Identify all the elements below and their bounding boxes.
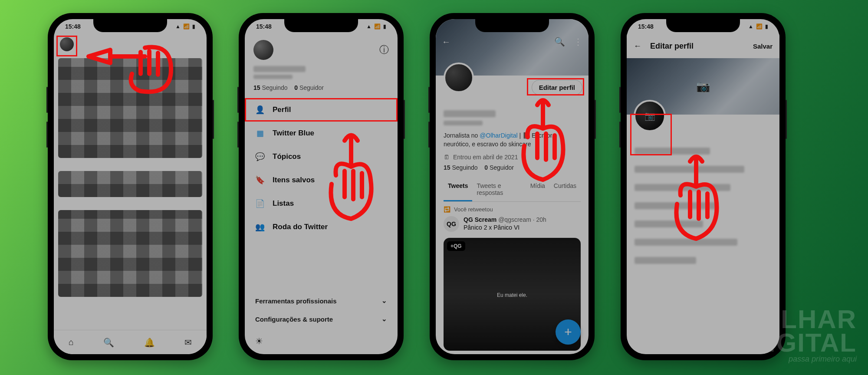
screen-drawer: 15:48 ▲ 📶 ▮ ⓘ 15 Seguindo 0 Seguidor [245,19,398,354]
chevron-down-icon: ⌄ [381,297,387,305]
field-blur[interactable] [635,257,696,264]
topics-icon: 💬 [255,152,265,161]
wifi-icon: 📶 [756,23,763,30]
tab-replies[interactable]: Tweets e respostas [472,177,526,201]
field-blur[interactable] [635,220,703,227]
battery-icon: ▮ [383,23,386,30]
bottom-nav: ⌂ 🔍 🔔 ✉ [54,330,207,354]
nav-avatar[interactable] [59,36,75,52]
search-icon[interactable]: 🔍 [554,36,565,47]
search-icon[interactable]: 🔍 [103,337,114,348]
phone-notch [93,19,167,32]
profile-tabs: Tweets Tweets e respostas Mídia Curtidas [444,177,581,202]
cell-icon: ▲ [175,23,181,30]
field-blur[interactable] [635,184,730,191]
twitter-blue-icon: ▦ [255,128,265,138]
menu-label: Itens salvos [273,176,315,184]
joined-label: Entrou em abril de 2021 [453,154,518,161]
drawer-config[interactable]: Configurações & suporte ⌄ [255,310,387,328]
wifi-icon: 📶 [374,23,381,30]
person-icon: 👤 [255,105,265,115]
status-icons: ▲ 📶 ▮ [748,23,768,30]
display-name-blur [253,66,306,72]
clock: 15:48 [65,23,81,30]
save-button[interactable]: Salvar [753,43,773,50]
feed-post[interactable] [58,171,202,197]
follow-stats[interactable]: 15 Seguindo 0 Seguidor [245,82,398,98]
circle-icon: 👥 [255,222,265,232]
status-icons: ▲ 📶 ▮ [366,23,386,30]
menu-item-perfil[interactable]: 👤 Perfil [245,98,398,122]
screen-profile: ← 🔍 ⋮ Editar perfil Jornalista no @Olhar… [436,19,589,354]
more-icon[interactable]: ⋮ [574,36,582,47]
retweet-icon: 🔁 [444,206,450,213]
handle-blur [444,121,483,125]
battery-icon: ▮ [765,23,768,30]
bookmark-icon: 🔖 [255,175,265,185]
phone-notch [284,19,358,32]
field-blur[interactable] [635,202,717,209]
menu-label: Twitter Blue [273,129,314,138]
tab-tweets[interactable]: Tweets [444,177,472,201]
screen-home-feed: 15:48 ▲ 📶 ▮ ⌂ 🔍 🔔 ✉ [54,19,207,354]
page-title: Editar perfil [650,42,694,51]
cell-icon: ▲ [748,23,753,30]
tab-media[interactable]: Mídia [526,177,549,201]
drawer-avatar[interactable] [253,40,273,60]
tweet-row[interactable]: QG QG Scream @qgscream · 20h Pânico 2 x … [436,214,589,234]
theme-toggle-icon[interactable]: ☀ [255,336,263,346]
phone-step-3: ← 🔍 ⋮ Editar perfil Jornalista no @Olhar… [430,13,595,360]
display-name-blur [444,110,496,117]
back-icon[interactable]: ← [634,42,641,51]
accounts-icon[interactable]: ⓘ [379,43,389,56]
field-blur[interactable] [635,166,744,173]
home-icon[interactable]: ⌂ [69,337,74,347]
screen-edit-profile: 15:48 ▲ 📶 ▮ ← Editar perfil Salvar 📷 📷 [627,19,779,354]
battery-icon: ▮ [192,23,195,30]
field-blur[interactable] [635,239,737,246]
edit-profile-button[interactable]: Editar perfil [532,80,582,95]
camera-icon: 📷 [696,80,710,93]
profile-bio: Jornalista no @OlharDigital | 📕 Escritor… [444,132,581,148]
clock: 15:48 [256,23,272,30]
lists-icon: 📄 [255,199,265,208]
menu-item-topicos[interactable]: 💬 Tópicos [245,145,398,168]
feed-post[interactable] [58,58,202,158]
cell-icon: ▲ [366,23,372,30]
phone-step-2: 15:48 ▲ 📶 ▮ ⓘ 15 Seguindo 0 Seguidor [239,13,404,360]
edit-avatar[interactable]: 📷 [634,100,666,132]
chevron-down-icon: ⌄ [381,315,387,323]
phone-step-1: 15:48 ▲ 📶 ▮ ⌂ 🔍 🔔 ✉ [48,13,213,360]
handle-blur [253,75,293,79]
menu-label: Roda do Twitter [273,223,328,231]
compose-fab[interactable]: + [556,319,581,345]
clock: 15:48 [638,23,654,30]
menu-label: Perfil [273,105,291,114]
camera-icon: 📷 [644,111,655,121]
messages-icon[interactable]: ✉ [184,337,192,348]
menu-label: Tópicos [273,152,301,161]
status-icons: ▲ 📶 ▮ [175,23,195,30]
field-blur[interactable] [635,148,710,155]
feed-post[interactable] [58,210,202,297]
tab-likes[interactable]: Curtidas [549,177,581,201]
menu-item-listas[interactable]: 📄 Listas [245,192,398,215]
phone-notch [666,19,740,32]
calendar-icon: 🗓 [444,154,450,161]
phone-notch [475,19,549,32]
wifi-icon: 📶 [183,23,190,30]
menu-item-itens-salvos[interactable]: 🔖 Itens salvos [245,168,398,192]
back-icon[interactable]: ← [442,37,450,47]
menu-item-twitter-blue[interactable]: ▦ Twitter Blue [245,122,398,145]
drawer-pro-tools[interactable]: Ferramentas profissionais ⌄ [255,292,387,310]
watermark: LHAR DIGITAL passa primeiro aqui [748,308,857,364]
notifications-icon[interactable]: 🔔 [144,337,155,348]
profile-avatar[interactable] [444,62,474,93]
retweet-label: Você retweetou [454,206,493,213]
menu-label: Listas [273,199,294,208]
menu-item-roda[interactable]: 👥 Roda do Twitter [245,215,398,239]
tweet-avatar: QG [444,216,459,232]
